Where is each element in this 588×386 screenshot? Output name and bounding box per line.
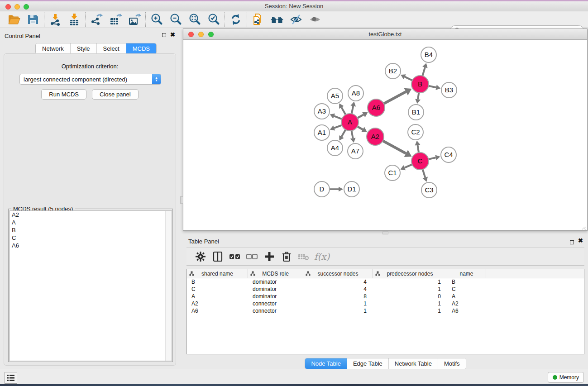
import-table-icon[interactable]: [65, 12, 84, 27]
add-column-icon[interactable]: [261, 249, 278, 264]
graph-edge-A-A3[interactable]: [334, 116, 342, 119]
open-file-icon[interactable]: [5, 12, 24, 27]
tab-style[interactable]: Style: [71, 43, 97, 54]
hide-graphics-details-icon[interactable]: [287, 12, 306, 27]
graph-node-label: B1: [412, 108, 420, 116]
graph-edge-A-A5[interactable]: [341, 107, 345, 114]
tab-mcds[interactable]: MCDS: [126, 43, 156, 54]
table-row[interactable]: Cdominator41C: [187, 286, 584, 293]
float-panel-icon[interactable]: [162, 32, 166, 38]
network-maximize-button[interactable]: [208, 32, 214, 37]
zoom-selected-icon[interactable]: [204, 12, 223, 27]
graph-edge-A-A4[interactable]: [342, 129, 346, 136]
graph-edge-B-B3[interactable]: [429, 86, 436, 87]
graph-edge-A-A2[interactable]: [357, 126, 363, 129]
new-network-from-selection-icon[interactable]: [249, 12, 268, 27]
graph-edge-A-A8[interactable]: [352, 106, 353, 114]
show-graphics-details-icon[interactable]: [306, 12, 325, 27]
close-panel-icon[interactable]: ✖: [170, 31, 175, 38]
export-image-icon[interactable]: [125, 12, 144, 27]
save-session-icon[interactable]: [24, 12, 43, 27]
tab-edge-table[interactable]: Edge Table: [347, 358, 389, 369]
close-panel-button[interactable]: Close panel: [92, 89, 139, 100]
zoom-in-icon[interactable]: [147, 12, 166, 27]
graph-node-label: C2: [411, 128, 420, 136]
memory-button[interactable]: Memory: [548, 372, 584, 383]
mcds-result-item[interactable]: A6: [10, 242, 172, 249]
mcds-result-item[interactable]: A: [10, 219, 172, 226]
tab-network-table[interactable]: Network Table: [389, 358, 438, 369]
table-row[interactable]: Adominator80A: [187, 293, 584, 300]
home-icon[interactable]: [268, 12, 287, 27]
table-row[interactable]: A2connector11A2: [187, 300, 584, 307]
table-cell: connector: [248, 300, 303, 307]
task-history-list-icon[interactable]: [5, 372, 17, 384]
table-cell: B: [187, 278, 248, 286]
node-table[interactable]: shared nameMCDS rolesuccessor nodesprede…: [186, 269, 584, 354]
tab-network[interactable]: Network: [36, 43, 71, 54]
table-row[interactable]: A6connector11A6: [187, 307, 584, 315]
delete-column-icon[interactable]: [278, 249, 295, 264]
criterion-select[interactable]: largest connected component (directed) ▲…: [19, 74, 161, 85]
tab-node-table[interactable]: Node Table: [305, 358, 347, 369]
zoom-out-icon[interactable]: [166, 12, 185, 27]
minimize-window-button[interactable]: [14, 4, 20, 10]
column-type-icon: [250, 271, 255, 276]
network-window-title-bar: testGlobe.txt: [183, 29, 587, 40]
graph-edge-A2-C[interactable]: [383, 141, 406, 153]
refresh-view-icon[interactable]: [226, 12, 245, 27]
column-header-shared-name[interactable]: shared name: [187, 269, 248, 278]
tab-motifs[interactable]: Motifs: [438, 358, 466, 369]
table-cell: A: [187, 293, 248, 300]
column-header-name[interactable]: name: [447, 269, 486, 278]
scrollbar-track[interactable]: [165, 211, 172, 361]
table-row[interactable]: Bdominator41B: [187, 278, 584, 286]
graph-edge-C-C3[interactable]: [423, 169, 425, 177]
graph-edge-A-A7[interactable]: [352, 131, 353, 138]
deselect-all-checkboxes-icon[interactable]: [244, 249, 261, 264]
export-network-icon[interactable]: [87, 12, 106, 27]
delete-table-icon[interactable]: [295, 249, 312, 264]
mcds-result-item[interactable]: C: [10, 234, 172, 242]
graph-edge-A-A1[interactable]: [334, 125, 342, 128]
show-columns-icon[interactable]: [209, 249, 226, 264]
network-close-button[interactable]: [188, 32, 194, 37]
graph-edge-C-C2[interactable]: [417, 145, 419, 153]
run-mcds-button[interactable]: Run MCDS: [41, 89, 86, 100]
mcds-result-group: MCDS result (5 nodes) A2ABCA6: [8, 209, 173, 362]
graph-edge-B-B4[interactable]: [422, 67, 425, 76]
tab-select[interactable]: Select: [97, 43, 126, 54]
function-builder-icon[interactable]: f(x): [314, 251, 330, 262]
network-canvas-svg[interactable]: B4B2BB3A5A8A6B1A3AA1C2A2A4A7C4CC1C3DD1: [184, 40, 587, 230]
mcds-result-list[interactable]: A2ABCA6: [10, 210, 172, 361]
control-panel: Control Panel ✖ NetworkStyleSelectMCDS O…: [0, 28, 180, 369]
table-settings-gear-icon[interactable]: [192, 249, 209, 264]
column-header-MCDS-role[interactable]: MCDS role: [248, 269, 303, 278]
graph-edge-C-C4[interactable]: [429, 157, 436, 159]
graph-node-label: A6: [372, 104, 380, 111]
mcds-result-item[interactable]: B: [10, 226, 172, 234]
graph-edge-A-A6[interactable]: [358, 114, 364, 118]
select-all-checkboxes-icon[interactable]: [226, 249, 244, 264]
close-table-panel-icon[interactable]: ✖: [578, 237, 583, 244]
table-cell: A2: [187, 300, 248, 307]
import-network-icon[interactable]: [46, 12, 65, 27]
graph-edge-C-C1[interactable]: [405, 164, 412, 167]
graph-edge-B-B2[interactable]: [405, 77, 412, 81]
graph-edge-B-B1[interactable]: [418, 93, 419, 99]
column-header-successor-nodes[interactable]: successor nodes: [303, 269, 373, 278]
horizontal-splitter-handle[interactable]: [382, 231, 388, 234]
graph-edge-A6-B[interactable]: [384, 92, 406, 104]
column-header-predecessor-nodes[interactable]: predecessor nodes: [373, 269, 447, 278]
table-cell: connector: [248, 307, 303, 315]
export-table-icon[interactable]: [106, 12, 125, 27]
maximize-window-button[interactable]: [24, 4, 29, 10]
float-table-panel-icon[interactable]: [570, 239, 574, 246]
resize-grip-icon[interactable]: [580, 224, 587, 230]
zoom-fit-icon[interactable]: [185, 12, 204, 27]
network-minimize-button[interactable]: [198, 32, 204, 37]
mcds-result-item[interactable]: A2: [10, 211, 172, 219]
table-header-row: shared nameMCDS rolesuccessor nodesprede…: [187, 269, 584, 278]
vertical-splitter-handle[interactable]: [180, 196, 183, 204]
close-window-button[interactable]: [5, 4, 11, 10]
